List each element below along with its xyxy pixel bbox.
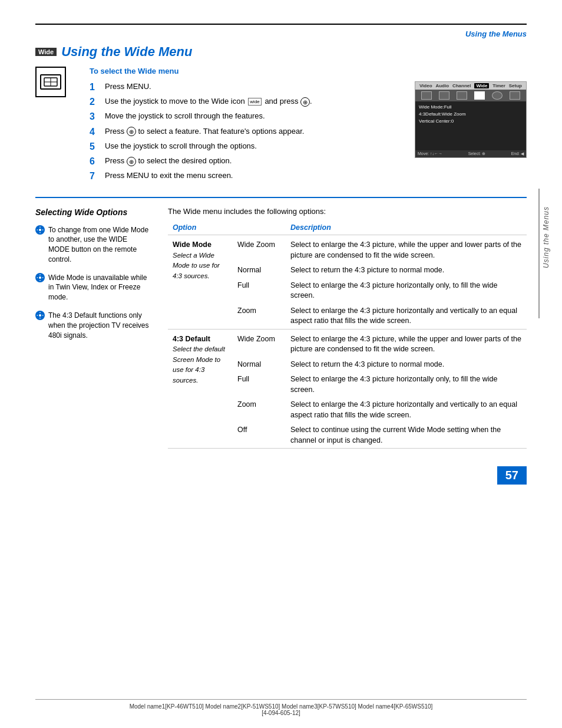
step-5: 5 Use the joystick to scroll through the… [90, 141, 403, 152]
option-wide-zoom-2: Wide Zoom [233, 329, 286, 357]
feature-sub-43: Select the default Screen Mode to use fo… [173, 345, 225, 384]
wide-small-icon: wide [248, 98, 261, 106]
option-zoom-2: Zoom [233, 397, 286, 423]
desc-full-2: Select to enlarge the 4:3 picture horizo… [286, 372, 527, 397]
option-zoom-1: Zoom [233, 304, 286, 330]
tv-end-hint: End: ◀ [511, 151, 524, 156]
step-text-2: Use the joystick to move to the Wide ico… [105, 96, 312, 107]
wide-icon [35, 67, 66, 97]
circle-plus-icon: ⊕ [300, 97, 310, 107]
section-main-title: Using the Wide Menu [61, 44, 192, 60]
desc-wide-zoom-2: Select to enlarge the 4:3 picture, while… [286, 329, 527, 357]
step-2: 2 Use the joystick to move to the Wide i… [90, 96, 403, 107]
step-text-5: Use the joystick to scroll through the o… [105, 141, 257, 151]
tv-icon-2 [439, 91, 449, 100]
feature-43-default: 4:3 Default Select the default Screen Mo… [168, 329, 233, 449]
desc-off: Select to continue using the current Wid… [286, 423, 527, 449]
tv-screenshot: Video Audio Channel Wide Timer Setup [415, 81, 527, 158]
left-sidebar: Selecting Wide Options To change from on… [35, 207, 150, 449]
svg-point-5 [39, 276, 41, 279]
step-3: 3 Move the joystick to scroll through th… [90, 111, 403, 122]
lower-section: Selecting Wide Options To change from on… [35, 207, 527, 449]
tv-icon-1 [421, 91, 432, 100]
step-text-7: Press MENU to exit the menu screen. [105, 170, 233, 181]
steps-list: 1 Press MENU. 2 Use the joystick to move… [90, 81, 403, 185]
tv-tab-audio: Audio [435, 83, 449, 88]
intro-line: The Wide menu includes the following opt… [168, 207, 527, 216]
desc-wide-zoom-1: Select to enlarge the 4:3 picture, while… [286, 235, 527, 263]
step-num-5: 5 [90, 141, 100, 152]
step-text-1: Press MENU. [105, 81, 151, 92]
tv-icon-5 [492, 91, 503, 100]
feature-sub-wide: Select a Wide Mode to use for 4:3 source… [173, 252, 220, 279]
right-table-col: The Wide menu includes the following opt… [168, 207, 527, 449]
main-content: To select the Wide menu 1 Press MENU. 2 … [35, 67, 527, 185]
note-item-3: The 4:3 Default functions only when the … [35, 311, 150, 340]
desc-zoom-2: Select to enlarge the 4:3 picture horizo… [286, 397, 527, 423]
option-normal-1: Normal [233, 263, 286, 278]
side-rule [538, 189, 540, 318]
step-num-6: 6 [90, 156, 100, 167]
step-6: 6 Press ⊕ to select the desired option. [90, 156, 403, 167]
wide-icon-col [35, 67, 78, 185]
section-divider [35, 197, 527, 198]
step-4: 4 Press ⊕ to select a feature. That feat… [90, 126, 403, 137]
tv-menu-bar: Video Audio Channel Wide Timer Setup [415, 82, 526, 90]
steps-and-image: 1 Press MENU. 2 Use the joystick to move… [90, 81, 527, 185]
step-num-7: 7 [90, 170, 100, 182]
header-section: Using the Menus [35, 29, 527, 38]
step-num-1: 1 [90, 81, 100, 93]
svg-point-6 [39, 314, 41, 317]
tv-tab-setup: Setup [509, 83, 522, 88]
tv-line-1: Wide Mode:Full [419, 104, 523, 111]
note-icon-2 [35, 273, 45, 282]
col-option-sub [233, 222, 286, 235]
option-off: Off [233, 423, 286, 449]
tv-tab-timer: Timer [492, 83, 505, 88]
page-container: Using the Menus Wide Using the Wide Menu… [0, 0, 562, 728]
desc-normal-1: Select to return the 4:3 picture to norm… [286, 263, 527, 278]
option-full-1: Full [233, 278, 286, 304]
tv-icon-6 [510, 91, 520, 100]
circle-plus-icon-3: ⊕ [127, 157, 136, 166]
circle-plus-icon-2: ⊕ [127, 127, 136, 136]
tv-line-2: 4:3Default:Wide Zoom [419, 111, 523, 118]
svg-point-4 [39, 229, 41, 231]
option-full-2: Full [233, 372, 286, 397]
step-text-6: Press ⊕ to select the desired option. [105, 156, 232, 166]
table-row: 4:3 Default Select the default Screen Mo… [168, 329, 527, 357]
col-description: Description [286, 222, 527, 235]
tv-icon-3 [457, 91, 467, 100]
desc-normal-2: Select to return the 4:3 picture to norm… [286, 357, 527, 373]
note-item-1: To change from one Wide Mode to another,… [35, 225, 150, 265]
tv-icon-wide-active [474, 91, 485, 100]
note-text-1: To change from one Wide Mode to another,… [48, 225, 150, 265]
tv-icons-row [415, 90, 526, 101]
step-num-2: 2 [90, 96, 100, 107]
tv-content-area: Wide Mode:Full 4:3Default:Wide Zoom Vert… [415, 101, 526, 150]
note-icon-1 [35, 225, 45, 235]
feature-wide-mode: Wide Mode Select a Wide Mode to use for … [168, 235, 233, 330]
side-label: Using the Menus [542, 206, 550, 268]
sidebar-heading: Selecting Wide Options [35, 207, 150, 218]
footer-text: Model name1[KP-46WT510] Model name2[KP-5… [130, 703, 433, 716]
tv-bottom-bar: Move: ↑↓←→ Select: ⊕ End: ◀ [415, 150, 526, 157]
option-normal-2: Normal [233, 357, 286, 373]
step-text-3: Move the joystick to scroll through the … [105, 111, 265, 121]
tv-select-hint: Select: ⊕ [468, 151, 485, 156]
page-number-section: 57 [35, 463, 527, 485]
top-rule [35, 24, 527, 25]
options-table: Option Description Wide Mode Select a Wi… [168, 222, 527, 449]
note-text-2: Wide Mode is unavailable while in Twin V… [48, 273, 150, 302]
step-text-4: Press ⊕ to select a feature. That featur… [105, 126, 304, 137]
tv-tab-channel: Channel [452, 83, 471, 88]
note-text-3: The 4:3 Default functions only when the … [48, 311, 150, 340]
step-num-4: 4 [90, 126, 100, 137]
tv-nav-hint: Move: ↑↓←→ [418, 151, 442, 156]
right-content: To select the Wide menu 1 Press MENU. 2 … [90, 67, 527, 185]
feature-name-43: 4:3 Default [173, 335, 210, 343]
col-option: Option [168, 222, 233, 235]
feature-name-wide: Wide Mode [173, 241, 211, 249]
blue-subtitle: To select the Wide menu [90, 67, 527, 75]
desc-full-1: Select to enlarge the 4:3 picture horizo… [286, 278, 527, 304]
